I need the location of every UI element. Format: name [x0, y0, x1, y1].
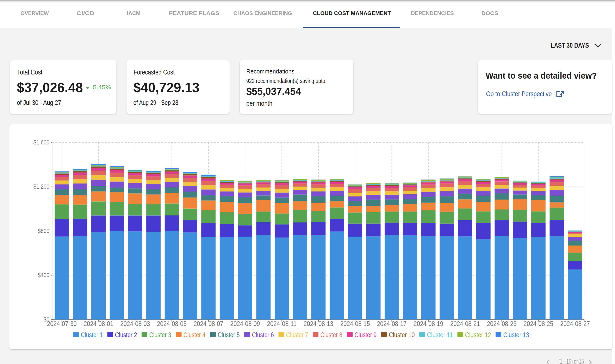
svg-text:$1,600: $1,600 [33, 139, 49, 146]
svg-text:2024-08-17: 2024-08-17 [377, 320, 407, 327]
svg-text:2024-08-03: 2024-08-03 [120, 320, 150, 327]
svg-text:$400: $400 [38, 271, 49, 278]
svg-text:Cluster 9: Cluster 9 [355, 331, 377, 339]
svg-text:2024-07-30: 2024-07-30 [47, 320, 77, 327]
svg-text:LAST 30 DAYS: LAST 30 DAYS [551, 41, 589, 49]
svg-text:(1 - 15) of 15: (1 - 15) of 15 [558, 358, 584, 364]
svg-text:Cluster 10: Cluster 10 [389, 331, 415, 339]
svg-text:2024-08-09: 2024-08-09 [230, 320, 260, 327]
svg-text:2024-08-23: 2024-08-23 [487, 320, 517, 327]
svg-text:2024-08-13: 2024-08-13 [304, 320, 333, 327]
svg-text:CLOUD COST MANAGEMENT: CLOUD COST MANAGEMENT [313, 10, 391, 16]
svg-text:Cluster 7: Cluster 7 [286, 331, 308, 339]
svg-text:Want to see a detailed view?: Want to see a detailed view? [486, 71, 597, 80]
svg-text:$55,037.454: $55,037.454 [246, 86, 301, 97]
svg-text:$800: $800 [38, 227, 49, 234]
svg-text:Cluster 5: Cluster 5 [218, 331, 239, 339]
svg-text:2024-08-25: 2024-08-25 [524, 320, 553, 327]
svg-text:Cluster 1: Cluster 1 [81, 331, 103, 339]
svg-text:2024-08-05: 2024-08-05 [157, 320, 187, 327]
svg-text:Cluster 6: Cluster 6 [252, 331, 274, 339]
svg-text:2024-08-07: 2024-08-07 [194, 320, 224, 327]
svg-text:$37,026.48: $37,026.48 [17, 80, 83, 95]
svg-text:IACM: IACM [127, 10, 140, 16]
svg-text:2024-08-27: 2024-08-27 [560, 320, 590, 327]
svg-text:Recommendations: Recommendations [246, 68, 294, 75]
svg-text:Cluster 8: Cluster 8 [320, 331, 342, 339]
svg-text:2024-08-11: 2024-08-11 [267, 320, 297, 327]
svg-text:$1,200: $1,200 [33, 183, 49, 190]
svg-text:Cluster 12: Cluster 12 [465, 331, 491, 339]
svg-text:2024-08-01: 2024-08-01 [84, 320, 113, 327]
svg-text:Go to Cluster Perspective: Go to Cluster Perspective [486, 90, 552, 98]
svg-text:2024-08-15: 2024-08-15 [340, 320, 370, 327]
svg-text:Cluster 4: Cluster 4 [183, 331, 205, 339]
svg-text:FEATURE FLAGS: FEATURE FLAGS [169, 10, 220, 16]
svg-text:Cluster 13: Cluster 13 [503, 331, 529, 339]
svg-text:Total Cost: Total Cost [17, 68, 42, 76]
svg-text:Cluster 2: Cluster 2 [115, 331, 137, 339]
svg-text:2024-08-19: 2024-08-19 [414, 320, 443, 327]
svg-text:per month: per month [246, 99, 272, 107]
svg-text:of Jul 30 - Aug 27: of Jul 30 - Aug 27 [17, 99, 61, 106]
svg-text:5.45%: 5.45% [93, 84, 111, 91]
svg-text:$40,729.13: $40,729.13 [134, 80, 199, 95]
svg-text:DOCS: DOCS [481, 10, 498, 16]
svg-text:OVERVIEW: OVERVIEW [20, 10, 49, 16]
svg-text:CI/CD: CI/CD [76, 10, 95, 16]
svg-text:of Aug 29 - Sep 28: of Aug 29 - Sep 28 [133, 99, 178, 106]
svg-text:Forecasted Cost: Forecasted Cost [134, 68, 175, 76]
svg-text:Cluster 3: Cluster 3 [149, 331, 171, 339]
svg-text:CHAOS ENGINEERING: CHAOS ENGINEERING [234, 10, 292, 16]
svg-text:DEPENDENCIES: DEPENDENCIES [411, 10, 454, 16]
svg-text:922 recommendation(s) saving u: 922 recommendation(s) saving upto [246, 78, 325, 84]
svg-text:Cluster 11: Cluster 11 [427, 331, 453, 339]
svg-text:2024-08-21: 2024-08-21 [450, 320, 480, 327]
